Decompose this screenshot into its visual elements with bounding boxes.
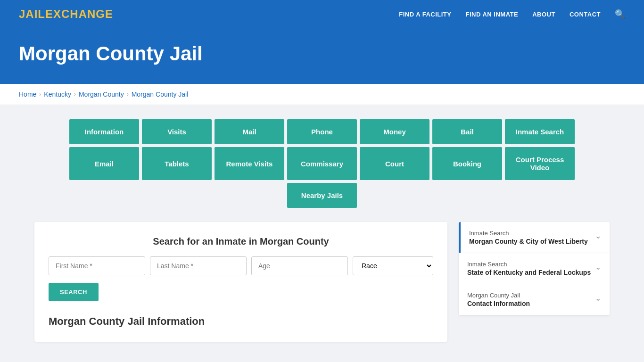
sidebar-item-title-0: Morgan County & City of West Liberty	[469, 238, 588, 245]
nav-find-inmate[interactable]: FIND AN INMATE	[465, 11, 518, 18]
sidebar-item-inmate-search-county[interactable]: Inmate Search Morgan County & City of We…	[459, 222, 610, 253]
age-input[interactable]	[251, 256, 348, 275]
search-form: Race White Black Hispanic Asian Other	[49, 256, 433, 275]
btn-court[interactable]: Court	[360, 147, 429, 180]
search-submit-button[interactable]: SEARCH	[49, 283, 99, 301]
inmate-search-title: Search for an Inmate in Morgan County	[49, 236, 433, 247]
breadcrumb: Home › Kentucky › Morgan County › Morgan…	[19, 90, 625, 98]
chevron-down-icon-1: ⌄	[595, 263, 601, 272]
sidebar-item-label-1: Inmate Search	[467, 261, 591, 268]
btn-visits[interactable]: Visits	[142, 119, 212, 144]
chevron-down-icon-0: ⌄	[595, 231, 601, 240]
btn-tablets[interactable]: Tablets	[142, 147, 212, 180]
last-name-input[interactable]	[150, 256, 247, 275]
feature-button-grid: Information Visits Mail Phone Money Bail…	[34, 119, 610, 208]
logo-exchange: EXCHANGE	[45, 8, 113, 20]
btn-remote-visits[interactable]: Remote Visits	[215, 147, 284, 180]
race-select[interactable]: Race White Black Hispanic Asian Other	[353, 256, 433, 275]
nav-find-facility[interactable]: FIND A FACILITY	[399, 11, 451, 18]
btn-inmate-search[interactable]: Inmate Search	[505, 119, 575, 144]
right-sidebar: Inmate Search Morgan County & City of We…	[459, 222, 610, 315]
breadcrumb-sep-2: ›	[74, 91, 76, 98]
breadcrumb-morgan-county-jail[interactable]: Morgan County Jail	[132, 90, 189, 98]
btn-email[interactable]: Email	[69, 147, 139, 180]
breadcrumb-bar: Home › Kentucky › Morgan County › Morgan…	[0, 84, 644, 105]
sidebar-item-label-2: Morgan County Jail	[467, 292, 530, 299]
btn-money[interactable]: Money	[360, 119, 429, 144]
btn-phone[interactable]: Phone	[287, 119, 357, 144]
breadcrumb-home[interactable]: Home	[19, 90, 36, 98]
site-header: JAILEXCHANGE FIND A FACILITY FIND AN INM…	[0, 0, 644, 28]
sidebar-item-inmate-search-state[interactable]: Inmate Search State of Kentucky and Fede…	[459, 253, 610, 284]
hero-section: Morgan County Jail	[0, 28, 644, 84]
btn-information[interactable]: Information	[69, 119, 139, 144]
breadcrumb-sep-1: ›	[39, 91, 41, 98]
nav-contact[interactable]: CONTACT	[570, 11, 601, 18]
sidebar-item-contact-info[interactable]: Morgan County Jail Contact Information ⌄	[459, 284, 610, 315]
left-panel: Search for an Inmate in Morgan County Ra…	[34, 222, 447, 342]
chevron-down-icon-2: ⌄	[595, 294, 601, 303]
info-section-title: Morgan County Jail Information	[49, 315, 433, 328]
btn-nearby-jails[interactable]: Nearby Jails	[287, 183, 357, 208]
btn-mail[interactable]: Mail	[215, 119, 284, 144]
btn-booking[interactable]: Booking	[432, 147, 502, 180]
main-content: Information Visits Mail Phone Money Bail…	[16, 105, 628, 356]
lower-section: Search for an Inmate in Morgan County Ra…	[34, 222, 610, 342]
site-logo[interactable]: JAILEXCHANGE	[19, 8, 113, 21]
btn-commissary[interactable]: Commissary	[287, 147, 357, 180]
first-name-input[interactable]	[49, 256, 145, 275]
page-title: Morgan County Jail	[19, 42, 625, 65]
main-nav: FIND A FACILITY FIND AN INMATE ABOUT CON…	[399, 9, 625, 19]
nav-about[interactable]: ABOUT	[532, 11, 555, 18]
breadcrumb-morgan-county[interactable]: Morgan County	[79, 90, 124, 98]
btn-bail[interactable]: Bail	[432, 119, 502, 144]
btn-court-process-video[interactable]: Court Process Video	[505, 147, 575, 180]
breadcrumb-sep-3: ›	[127, 91, 129, 98]
search-icon-button[interactable]: 🔍	[615, 9, 625, 19]
logo-jail: JAIL	[19, 8, 45, 20]
breadcrumb-kentucky[interactable]: Kentucky	[44, 90, 71, 98]
sidebar-item-title-1: State of Kentucky and Federal Lockups	[467, 269, 591, 276]
sidebar-item-title-2: Contact Information	[467, 300, 530, 307]
sidebar-item-label-0: Inmate Search	[469, 230, 588, 237]
